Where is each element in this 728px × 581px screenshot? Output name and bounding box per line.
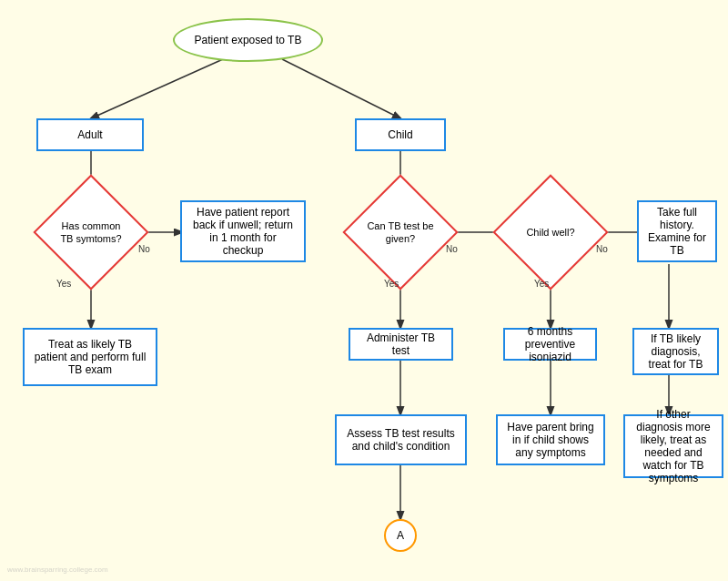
preventive-node: 6 months preventive isoniazid xyxy=(503,328,597,361)
connectors-svg xyxy=(0,0,728,581)
yes-adult-label: Treat as likely TB patient and perform f… xyxy=(32,338,148,376)
child-well-diamond-wrap: Child well? xyxy=(510,191,592,273)
svg-line-0 xyxy=(91,59,223,118)
no-adult-label: Have patient report back if unwell; retu… xyxy=(189,206,297,257)
other-diagnosis-node: If other diagnosis more likely, treat as… xyxy=(623,414,723,478)
parent-bring-node: Have parent bring in if child shows any … xyxy=(496,414,605,465)
child-well-yes-label: Yes xyxy=(534,279,549,289)
tb-test-no-label: No xyxy=(446,244,458,254)
if-tb-likely-label: If TB likely diagnosis, treat for TB xyxy=(642,332,710,371)
circle-a-label: A xyxy=(397,529,404,542)
child-node: Child xyxy=(355,118,446,151)
parent-bring-label: Have parent bring in if child shows any … xyxy=(505,421,596,459)
administer-tb-node: Administer TB test xyxy=(349,328,453,361)
adult-no-label: No xyxy=(138,244,150,254)
watermark: www.brainsparring.college.com xyxy=(7,566,108,574)
adult-diamond-text: Has common TB symtoms? xyxy=(57,219,126,246)
start-node: Patient exposed to TB xyxy=(173,18,323,62)
child-well-diamond-text: Child well? xyxy=(517,226,585,239)
child-well-no-label: No xyxy=(596,244,608,254)
child-label: Child xyxy=(388,128,412,141)
adult-yes-label: Yes xyxy=(56,279,71,289)
svg-line-1 xyxy=(282,59,400,118)
circle-a-node: A xyxy=(384,519,417,552)
start-label: Patient exposed to TB xyxy=(195,34,302,46)
adult-node: Adult xyxy=(36,118,144,151)
preventive-label: 6 months preventive isoniazid xyxy=(512,325,588,363)
other-diagnosis-label: If other diagnosis more likely, treat as… xyxy=(632,408,714,484)
adult-diamond-wrap: Has common TB symtoms? xyxy=(50,191,132,273)
tb-test-yes-label: Yes xyxy=(384,279,399,289)
take-history-node: Take full history. Examine for TB xyxy=(637,200,717,262)
flowchart: Patient exposed to TB Adult Child Has co… xyxy=(0,0,728,581)
if-tb-likely-node: If TB likely diagnosis, treat for TB xyxy=(632,328,719,375)
take-history-label: Take full history. Examine for TB xyxy=(646,206,708,257)
tb-test-diamond-wrap: Can TB test be given? xyxy=(359,191,441,273)
yes-adult-node: Treat as likely TB patient and perform f… xyxy=(23,328,157,386)
administer-tb-label: Administer TB test xyxy=(358,331,444,357)
adult-label: Adult xyxy=(77,128,102,141)
no-adult-node: Have patient report back if unwell; retu… xyxy=(180,200,306,262)
tb-test-diamond-text: Can TB test be given? xyxy=(367,219,435,246)
assess-tb-label: Assess TB test results and child's condi… xyxy=(344,427,458,453)
assess-tb-node: Assess TB test results and child's condi… xyxy=(335,414,467,465)
